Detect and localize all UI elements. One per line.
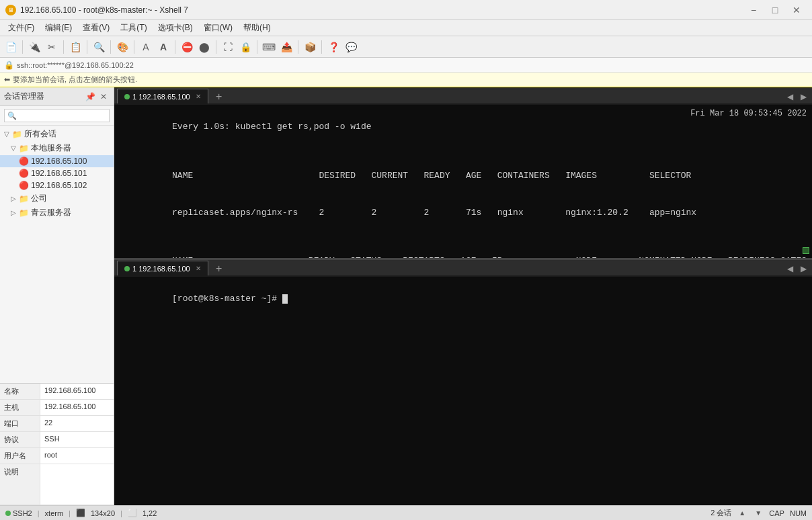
chat-button[interactable]: 💬 xyxy=(343,39,359,55)
color-button[interactable]: 🎨 xyxy=(114,39,130,55)
menu-edit[interactable]: 编辑(E) xyxy=(40,21,77,35)
folder-icon: 📁 xyxy=(19,208,29,218)
terminal-table1-row1: replicaset.apps/nginx-rs 2 2 2 71s nginx… xyxy=(120,194,807,231)
expand-icon: ▽ xyxy=(11,144,16,152)
keyboard-button[interactable]: ⌨ xyxy=(261,39,277,55)
menu-tabs[interactable]: 选项卡(B) xyxy=(153,21,198,35)
sidebar-header-buttons: 📌 ✕ xyxy=(84,91,110,103)
menu-bar: 文件(F) 编辑(E) 查看(V) 工具(T) 选项卡(B) 窗口(W) 帮助(… xyxy=(0,20,812,36)
session-manager-button[interactable]: 📋 xyxy=(67,39,83,55)
terminal-prompt: [root@k8s-master ~]# xyxy=(172,294,282,304)
info-val-port: 22 xyxy=(40,416,114,431)
info-key-desc: 说明 xyxy=(0,464,40,505)
fullscreen-button[interactable]: ⛶ xyxy=(220,39,236,55)
info-val-username: root xyxy=(40,448,114,464)
connect-button[interactable]: 🔌 xyxy=(26,39,42,55)
status-bar: SSH2 | xterm | ⬛ 134x20 | ⬜ 1,22 2 会话 ▲ … xyxy=(0,505,812,520)
info-row-protocol: 协议 SSH xyxy=(0,432,114,448)
menu-file[interactable]: 文件(F) xyxy=(3,21,40,35)
scroll-indicator xyxy=(803,247,809,254)
bold-button[interactable]: A xyxy=(155,39,171,55)
tree-item-host3[interactable]: 🔴 192.168.65.102 xyxy=(0,179,114,191)
terminal-table2-header: NAME READY STATUS RESTARTS AGE IP NODE N… xyxy=(120,243,807,259)
lower-tab-bar: 1 192.168.65.100 ✕ + ◀ ▶ xyxy=(114,259,812,277)
lower-terminal[interactable]: [root@k8s-master ~]# xyxy=(114,277,812,505)
tab-next-button[interactable]: ▶ xyxy=(797,90,809,103)
sidebar-search-input[interactable] xyxy=(4,109,110,122)
terminal-cursor xyxy=(282,294,288,304)
search-button[interactable]: 🔍 xyxy=(91,39,107,55)
add-lower-tab-button[interactable]: + xyxy=(212,262,226,275)
tab-prev-button[interactable]: ◀ xyxy=(784,90,796,103)
hint-bar: ⬅ 要添加当前会话, 点击左侧的箭头按钮. xyxy=(0,73,812,87)
record-button[interactable]: ⬤ xyxy=(196,39,212,55)
font-button[interactable]: A xyxy=(138,39,154,55)
stop-button[interactable]: ⛔ xyxy=(179,39,195,55)
upper-terminal[interactable]: Fri Mar 18 09:53:45 2022 Every 1.0s: kub… xyxy=(114,105,812,259)
expand-icon: ▷ xyxy=(11,209,16,216)
info-val-host: 192.168.65.100 xyxy=(40,400,114,415)
info-key-username: 用户名 xyxy=(0,448,40,464)
ssh-url: ssh::root:******@192.168.65.100:22 xyxy=(17,61,134,69)
sidebar-close-button[interactable]: ✕ xyxy=(97,91,110,103)
disconnect-button[interactable]: ✂ xyxy=(44,39,60,55)
folder-icon: 📁 xyxy=(12,130,22,139)
server-icon: 🔴 xyxy=(19,181,29,190)
info-row-name: 名称 192.168.65.100 xyxy=(0,384,114,400)
tree-item-host2[interactable]: 🔴 192.168.65.101 xyxy=(0,167,114,179)
upper-tab-label: 1 192.168.65.100 xyxy=(132,93,190,101)
info-key-protocol: 协议 xyxy=(0,432,40,447)
tree-item-all-sessions[interactable]: ▽ 📁 所有会话 xyxy=(0,127,114,141)
menu-view[interactable]: 查看(V) xyxy=(77,21,115,35)
terminal-spacer2 xyxy=(120,231,807,243)
new-session-button[interactable]: 📄 xyxy=(3,39,19,55)
sidebar: 会话管理器 📌 ✕ ▽ 📁 所有会话 ▽ 📁 本地服务器 xyxy=(0,87,114,505)
sidebar-title: 会话管理器 xyxy=(4,91,44,102)
lock-button[interactable]: 🔒 xyxy=(237,39,253,55)
upper-tab-bar: 1 192.168.65.100 ✕ + ◀ ▶ xyxy=(114,87,812,105)
status-protocol: SSH2 xyxy=(5,509,32,517)
status-num: NUM xyxy=(790,509,807,517)
compose-button[interactable]: 📦 xyxy=(302,39,318,55)
statusbar-right: 2 会话 ▲ ▼ CAP NUM xyxy=(710,508,807,519)
server-icon: 🔴 xyxy=(19,169,29,178)
tree-item-host1[interactable]: 🔴 192.168.65.100 xyxy=(0,155,114,167)
status-pos-icon: ⬜ xyxy=(128,509,137,517)
upper-tab[interactable]: 1 192.168.65.100 ✕ xyxy=(117,89,208,103)
info-key-port: 端口 xyxy=(0,416,40,431)
help-tb-button[interactable]: ❓ xyxy=(325,39,341,55)
info-val-desc xyxy=(40,464,114,505)
tree-item-company[interactable]: ▷ 📁 公司 xyxy=(0,191,114,206)
server-icon: 🔴 xyxy=(19,157,29,166)
sidebar-pin-button[interactable]: 📌 xyxy=(84,91,96,103)
lower-tab-nav: ◀ ▶ xyxy=(784,262,809,275)
upper-tab-close[interactable]: ✕ xyxy=(196,93,201,100)
maximize-button[interactable]: □ xyxy=(765,1,785,19)
session-up-button[interactable]: ▲ xyxy=(737,508,747,519)
tree-item-local-servers[interactable]: ▽ 📁 本地服务器 xyxy=(0,141,114,155)
close-button[interactable]: ✕ xyxy=(786,1,807,19)
tree-item-cloud[interactable]: ▷ 📁 青云服务器 xyxy=(0,206,114,220)
lower-tab-close[interactable]: ✕ xyxy=(196,265,201,272)
lower-tab-next-button[interactable]: ▶ xyxy=(797,262,809,275)
menu-window[interactable]: 窗口(W) xyxy=(198,21,238,35)
status-size-icon: ⬛ xyxy=(76,509,85,517)
folder-icon: 📁 xyxy=(19,194,29,204)
info-key-host: 主机 xyxy=(0,400,40,415)
info-row-username: 用户名 root xyxy=(0,448,114,464)
expand-icon: ▷ xyxy=(11,195,16,202)
lower-tab[interactable]: 1 192.168.65.100 ✕ xyxy=(117,261,208,275)
minimize-button[interactable]: − xyxy=(743,1,764,19)
expand-icon: ▽ xyxy=(4,130,9,138)
terminal-spacer xyxy=(120,146,807,158)
add-tab-button[interactable]: + xyxy=(212,90,226,103)
menu-help[interactable]: 帮助(H) xyxy=(238,21,276,35)
info-row-desc: 说明 xyxy=(0,464,114,505)
transfer-button[interactable]: 📤 xyxy=(278,39,294,55)
info-row-host: 主机 192.168.65.100 xyxy=(0,400,114,416)
lower-tab-prev-button[interactable]: ◀ xyxy=(784,262,796,275)
session-down-button[interactable]: ▼ xyxy=(753,508,764,519)
status-position: 1,22 xyxy=(143,509,157,517)
menu-tools[interactable]: 工具(T) xyxy=(115,21,152,35)
status-size: 134x20 xyxy=(91,509,115,517)
